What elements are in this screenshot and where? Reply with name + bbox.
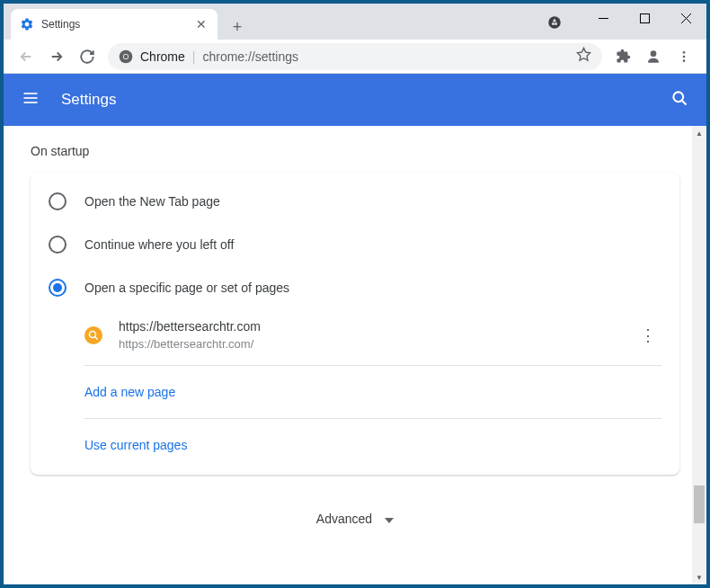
section-title: On startup: [31, 144, 679, 158]
advanced-toggle[interactable]: Advanced: [31, 475, 679, 545]
content-area: PC risk.com On startup Open the New Tab …: [4, 126, 706, 584]
use-current-pages-link[interactable]: Use current pages: [31, 423, 679, 468]
back-button[interactable]: [11, 41, 41, 72]
add-page-link[interactable]: Add a new page: [31, 370, 679, 414]
radio-label: Open the New Tab page: [84, 194, 220, 209]
svg-line-16: [682, 101, 687, 105]
settings-header: Settings: [4, 74, 706, 126]
toolbar: Chrome | chrome://settings: [4, 40, 706, 74]
tab-settings[interactable]: Settings ✕: [11, 9, 217, 40]
radio-icon-selected: [49, 279, 67, 297]
radio-option-continue[interactable]: Continue where you left off: [31, 223, 679, 266]
page-url: https://bettersearchtr.com/: [119, 336, 635, 352]
close-window-button[interactable]: [665, 4, 706, 32]
menu-button[interactable]: [669, 41, 699, 72]
search-button[interactable]: [670, 89, 688, 111]
extensions-button[interactable]: [608, 41, 638, 72]
tab-close-button[interactable]: ✕: [194, 17, 209, 31]
divider: [84, 418, 661, 419]
incognito-icon: [546, 14, 563, 34]
tab-title: Settings: [41, 18, 194, 31]
chevron-down-icon: [385, 511, 394, 527]
new-tab-button[interactable]: +: [225, 14, 250, 40]
radio-option-specific-pages[interactable]: Open a specific page or set of pages: [31, 266, 679, 309]
startup-pages-list: https://bettersearchtr.com https://bette…: [31, 309, 679, 361]
page-menu-button[interactable]: ⋮: [635, 325, 661, 345]
svg-point-8: [651, 50, 657, 57]
settings-gear-icon: [20, 17, 34, 31]
page-title: https://bettersearchtr.com: [119, 318, 635, 336]
svg-point-7: [124, 54, 129, 58]
scrollbar-thumb[interactable]: [694, 486, 705, 523]
browser-window: Settings ✕ + Chrome | chrome://settings: [4, 4, 706, 584]
radio-icon: [49, 192, 67, 210]
bookmark-star-icon[interactable]: [576, 47, 591, 66]
startup-card: Open the New Tab page Continue where you…: [31, 173, 679, 475]
scroll-down-icon[interactable]: ▼: [692, 570, 706, 584]
radio-option-new-tab[interactable]: Open the New Tab page: [31, 180, 679, 223]
omnibox-text: Chrome | chrome://settings: [140, 49, 298, 64]
svg-point-10: [683, 55, 686, 58]
svg-point-4: [548, 16, 561, 29]
svg-point-17: [90, 331, 96, 337]
divider: [84, 365, 661, 366]
radio-label: Continue where you left off: [84, 237, 234, 252]
minimize-button[interactable]: [582, 4, 624, 32]
svg-point-11: [683, 59, 686, 62]
hamburger-menu-button[interactable]: [22, 89, 40, 111]
favicon-icon: [84, 326, 102, 344]
radio-label: Open a specific page or set of pages: [84, 281, 289, 295]
profile-button[interactable]: [638, 41, 669, 72]
svg-rect-1: [640, 13, 649, 22]
radio-icon: [49, 236, 67, 254]
reload-button[interactable]: [72, 41, 102, 72]
address-bar[interactable]: Chrome | chrome://settings: [108, 43, 602, 70]
scroll-up-icon[interactable]: ▲: [692, 126, 706, 140]
startup-page-item: https://bettersearchtr.com https://bette…: [84, 309, 679, 361]
chrome-icon: [119, 49, 133, 64]
window-controls: [582, 4, 706, 32]
svg-line-18: [95, 336, 98, 339]
svg-point-9: [683, 51, 686, 54]
settings-title: Settings: [61, 91, 116, 109]
maximize-button[interactable]: [624, 4, 665, 32]
svg-point-15: [673, 92, 683, 102]
forward-button[interactable]: [41, 41, 72, 72]
scrollbar[interactable]: ▲ ▼: [692, 126, 706, 584]
